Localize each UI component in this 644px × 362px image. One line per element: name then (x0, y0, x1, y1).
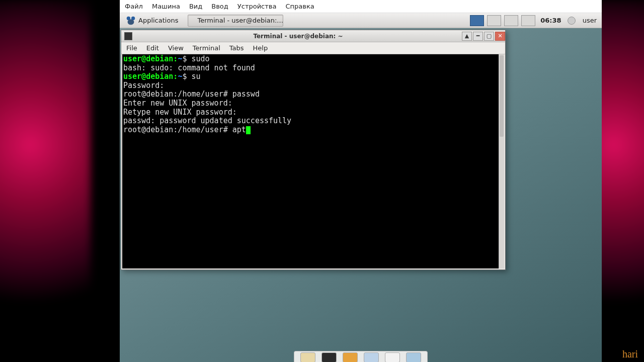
xfce-mouse-icon (125, 15, 136, 26)
terminal-title: Terminal - user@debian: ~ (135, 33, 461, 40)
video-watermark: hari (622, 348, 638, 360)
virtualbox-guest-window: Файл Машина Вид Ввод Устройства Справка … (120, 0, 602, 362)
vb-menu-machine[interactable]: Машина (152, 3, 180, 10)
term-menu-help[interactable]: Help (253, 44, 268, 52)
dock-mail-icon[interactable] (406, 352, 421, 362)
dock-file-manager-icon[interactable] (300, 352, 315, 362)
term-menu-file[interactable]: File (126, 44, 137, 52)
taskbar-item-terminal[interactable]: Terminal - user@debian:... (188, 15, 283, 27)
terminal-titlebar[interactable]: Terminal - user@debian: ~ ▲ ━ ▢ ✕ (121, 30, 505, 42)
workspace-3[interactable] (504, 15, 518, 26)
svg-point-2 (128, 19, 134, 25)
terminal-window: Terminal - user@debian: ~ ▲ ━ ▢ ✕ File E… (121, 30, 506, 270)
virtualbox-menubar[interactable]: Файл Машина Вид Ввод Устройства Справка (120, 0, 602, 13)
terminal-line: root@debian:/home/user# passwd (123, 90, 503, 99)
workspace-1[interactable] (470, 15, 484, 26)
dock-text-editor-icon[interactable] (385, 352, 400, 362)
terminal-line: user@debian:~$ sudo (123, 55, 503, 64)
terminal-line: Retype new UNIX password: (123, 108, 503, 117)
terminal-line: root@debian:/home/user# apt (123, 126, 503, 135)
vb-menu-input[interactable]: Ввод (211, 3, 228, 10)
shade-button[interactable]: ▲ (462, 32, 472, 41)
term-menu-terminal[interactable]: Terminal (193, 44, 220, 52)
xfce-dock[interactable] (294, 351, 428, 362)
terminal-line: passwd: password updated successfully (123, 117, 503, 126)
dock-package-manager-icon[interactable] (343, 352, 358, 362)
svg-point-3 (568, 17, 575, 24)
workspace-4[interactable] (521, 15, 535, 26)
terminal-line: user@debian:~$ su (123, 72, 503, 81)
vb-menu-file[interactable]: Файл (125, 3, 143, 10)
scrollbar-thumb[interactable] (500, 55, 504, 137)
terminal-cursor (246, 126, 251, 134)
background-glow-left (0, 0, 91, 362)
terminal-line: Password: (123, 81, 503, 90)
terminal-menubar[interactable]: File Edit View Terminal Tabs Help (121, 42, 505, 54)
terminal-line: Enter new UNIX password: (123, 99, 503, 108)
close-button[interactable]: ✕ (495, 32, 505, 41)
taskbar-item-label: Terminal - user@debian:... (197, 17, 283, 24)
vb-menu-view[interactable]: Вид (189, 3, 202, 10)
vb-menu-devices[interactable]: Устройства (237, 3, 277, 10)
panel-clock[interactable]: 06:38 (537, 17, 564, 24)
minimize-button[interactable]: ━ (473, 32, 483, 41)
terminal-titlebar-icon (124, 32, 132, 40)
panel-user-label[interactable]: user (579, 17, 601, 24)
panel-right-group: 06:38 user (469, 15, 601, 26)
vb-menu-help[interactable]: Справка (285, 3, 314, 10)
maximize-button[interactable]: ▢ (484, 32, 494, 41)
dock-web-browser-icon[interactable] (364, 352, 379, 362)
terminal-line: bash: sudo: command not found (123, 64, 503, 73)
applications-menu-label: Applications (138, 17, 178, 24)
term-menu-tabs[interactable]: Tabs (229, 44, 244, 52)
applications-menu-button[interactable]: Applications (121, 15, 183, 27)
window-buttons: ▲ ━ ▢ ✕ (461, 32, 505, 41)
terminal-body[interactable]: user@debian:~$ sudobash: sudo: command n… (122, 54, 504, 268)
terminal-scrollbar[interactable] (499, 54, 504, 268)
term-menu-edit[interactable]: Edit (146, 44, 159, 52)
action-menu-icon[interactable] (567, 16, 577, 26)
workspace-2[interactable] (487, 15, 501, 26)
dock-terminal-icon[interactable] (321, 352, 337, 362)
xfce-top-panel: Applications Terminal - user@debian:... … (120, 13, 602, 28)
term-menu-view[interactable]: View (168, 44, 184, 52)
